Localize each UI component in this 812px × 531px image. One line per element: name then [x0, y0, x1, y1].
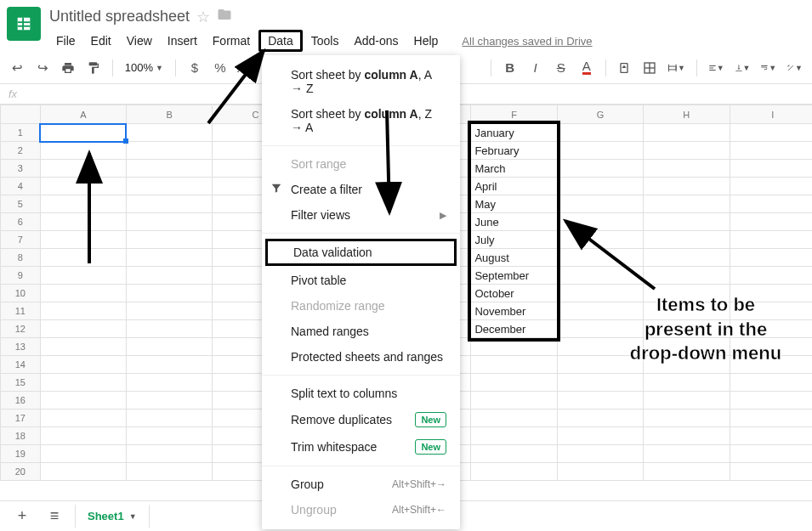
cell-G19[interactable]	[557, 445, 643, 463]
cell-G18[interactable]	[557, 427, 643, 445]
cell-A6[interactable]	[40, 213, 126, 231]
cell-F19[interactable]	[471, 445, 557, 463]
cell-F1[interactable]: January	[471, 124, 557, 142]
cell-B12[interactable]	[126, 320, 212, 338]
cell-H1[interactable]	[644, 124, 730, 142]
cell-H15[interactable]	[644, 374, 730, 392]
cell-H18[interactable]	[644, 427, 730, 445]
cell-F12[interactable]: December	[471, 320, 557, 338]
cell-H2[interactable]	[644, 142, 730, 160]
cell-G15[interactable]	[557, 374, 643, 392]
cell-I17[interactable]	[730, 410, 812, 427]
cell-B3[interactable]	[126, 160, 212, 178]
cell-I20[interactable]	[730, 463, 812, 481]
row-header-13[interactable]: 13	[1, 338, 41, 356]
menu-item-split-text-to-columns[interactable]: Split text to columns	[262, 381, 460, 406]
col-header-A[interactable]: A	[40, 105, 126, 124]
cell-A20[interactable]	[40, 463, 126, 481]
text-color-button[interactable]: A	[576, 57, 597, 79]
cell-F7[interactable]: July	[471, 231, 557, 249]
row-header-5[interactable]: 5	[1, 195, 41, 213]
col-header-H[interactable]: H	[644, 105, 730, 124]
cell-A4[interactable]	[40, 178, 126, 195]
cell-F14[interactable]	[471, 356, 557, 374]
cell-B18[interactable]	[126, 427, 212, 445]
cell-A19[interactable]	[40, 445, 126, 463]
cell-H9[interactable]	[644, 267, 730, 285]
cell-A5[interactable]	[40, 195, 126, 213]
folder-icon[interactable]	[217, 7, 232, 26]
cell-G7[interactable]	[557, 231, 643, 249]
cell-A14[interactable]	[40, 356, 126, 374]
menu-file[interactable]: File	[49, 31, 82, 51]
row-header-18[interactable]: 18	[1, 427, 41, 445]
cell-F17[interactable]	[471, 410, 557, 427]
cell-A10[interactable]	[40, 285, 126, 302]
cell-I16[interactable]	[730, 392, 812, 410]
cell-F18[interactable]	[471, 427, 557, 445]
cell-G8[interactable]	[557, 249, 643, 267]
row-header-4[interactable]: 4	[1, 178, 41, 195]
col-header-F[interactable]: F	[471, 105, 557, 124]
menu-item-sort_za[interactable]: Sort sheet by column A, Z → A	[262, 101, 460, 140]
sheet-tab[interactable]: Sheet1 ▼	[75, 505, 150, 528]
row-header-14[interactable]: 14	[1, 356, 41, 374]
menu-data[interactable]: Data	[258, 30, 303, 52]
cell-I19[interactable]	[730, 445, 812, 463]
row-header-3[interactable]: 3	[1, 160, 41, 178]
cell-I4[interactable]	[730, 178, 812, 195]
cell-F8[interactable]: August	[471, 249, 557, 267]
cell-B20[interactable]	[126, 463, 212, 481]
row-header-11[interactable]: 11	[1, 302, 41, 320]
col-header-I[interactable]: I	[730, 105, 812, 124]
cell-B13[interactable]	[126, 338, 212, 356]
cell-A16[interactable]	[40, 392, 126, 410]
row-header-10[interactable]: 10	[1, 285, 41, 302]
cell-F6[interactable]: June	[471, 213, 557, 231]
cell-B9[interactable]	[126, 267, 212, 285]
row-header-15[interactable]: 15	[1, 374, 41, 392]
row-header-6[interactable]: 6	[1, 213, 41, 231]
cell-G16[interactable]	[557, 392, 643, 410]
cell-A12[interactable]	[40, 320, 126, 338]
menu-tools[interactable]: Tools	[304, 31, 346, 51]
bold-button[interactable]: B	[500, 57, 520, 79]
cell-I1[interactable]	[730, 124, 812, 142]
cell-B14[interactable]	[126, 356, 212, 374]
redo-button[interactable]: ↪	[32, 57, 53, 79]
borders-button[interactable]	[639, 57, 660, 79]
menu-format[interactable]: Format	[206, 31, 257, 51]
cell-B11[interactable]	[126, 302, 212, 320]
rotate-button[interactable]: ▼	[784, 57, 805, 79]
cell-G9[interactable]	[557, 267, 643, 285]
cell-A1[interactable]	[40, 124, 126, 142]
cell-G20[interactable]	[557, 463, 643, 481]
cell-F9[interactable]: September	[471, 267, 557, 285]
cell-B15[interactable]	[126, 374, 212, 392]
cell-B8[interactable]	[126, 249, 212, 267]
cell-A11[interactable]	[40, 302, 126, 320]
print-button[interactable]	[58, 57, 78, 79]
sheets-logo-icon[interactable]	[7, 7, 41, 41]
cell-H20[interactable]	[644, 463, 730, 481]
cell-F13[interactable]	[471, 338, 557, 356]
menu-view[interactable]: View	[120, 31, 159, 51]
cell-I15[interactable]	[730, 374, 812, 392]
cell-B16[interactable]	[126, 392, 212, 410]
cell-G5[interactable]	[557, 195, 643, 213]
cell-B4[interactable]	[126, 178, 212, 195]
cell-A9[interactable]	[40, 267, 126, 285]
cell-B6[interactable]	[126, 213, 212, 231]
row-header-1[interactable]: 1	[1, 124, 41, 142]
menu-item-group[interactable]: GroupAlt+Shift+→	[262, 472, 460, 497]
cell-I6[interactable]	[730, 213, 812, 231]
save-status[interactable]: All changes saved in Drive	[462, 35, 592, 48]
cell-H7[interactable]	[644, 231, 730, 249]
merge-button[interactable]: ▼	[665, 57, 687, 79]
cell-H4[interactable]	[644, 178, 730, 195]
row-header-17[interactable]: 17	[1, 410, 41, 427]
cell-I3[interactable]	[730, 160, 812, 178]
cell-G1[interactable]	[557, 124, 643, 142]
menu-add-ons[interactable]: Add-ons	[347, 31, 405, 51]
row-header-7[interactable]: 7	[1, 231, 41, 249]
